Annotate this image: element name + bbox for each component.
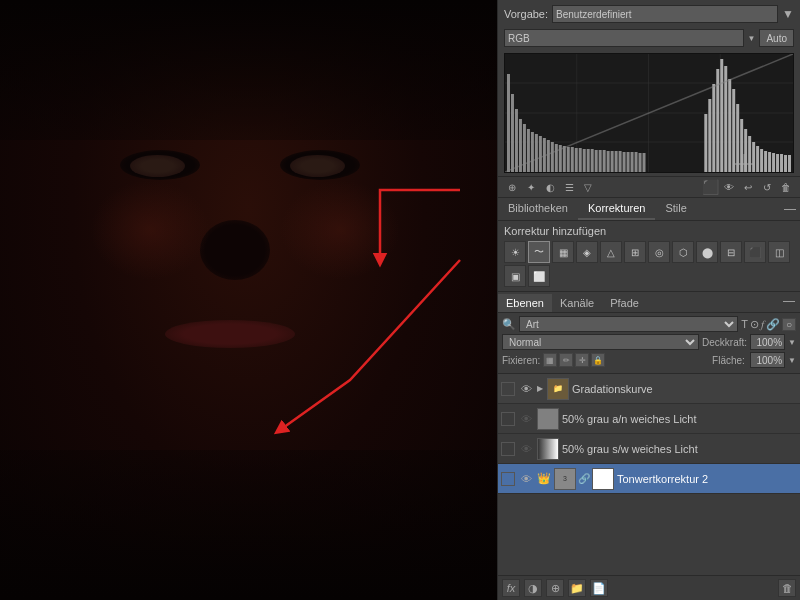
layer-visibility-eye[interactable]: 👁 <box>518 441 534 457</box>
layer-visibility-eye[interactable]: 👁 <box>518 471 534 487</box>
layer-item[interactable]: 👁 50% grau a/n weiches Licht <box>498 404 800 434</box>
brightness-icon-btn[interactable]: ☀ <box>504 241 526 263</box>
svg-rect-8 <box>507 74 510 172</box>
opacity-arrow[interactable]: ▼ <box>788 338 796 347</box>
filter-icon-3[interactable]: 𝑓 <box>761 318 764 331</box>
bw-icon-btn[interactable]: ⬛ <box>744 241 766 263</box>
triangle-icon-btn[interactable]: △ <box>600 241 622 263</box>
curves-tool-5[interactable]: ▽ <box>580 179 596 195</box>
panel-icon-1[interactable]: ⬛ <box>702 179 718 195</box>
layer-visibility-checkbox[interactable] <box>501 412 515 426</box>
svg-rect-60 <box>772 153 775 172</box>
filter-toggle[interactable]: ○ <box>782 318 796 331</box>
layer-item[interactable]: 👁 50% grau s/w weiches Licht <box>498 434 800 464</box>
panel-icon-3[interactable]: ↩ <box>740 179 756 195</box>
hdr-icon-btn[interactable]: ⊞ <box>624 241 646 263</box>
svg-rect-36 <box>619 151 622 172</box>
svg-rect-10 <box>515 109 518 172</box>
fläche-arrow[interactable]: ▼ <box>788 356 796 365</box>
layer-item[interactable]: 👁 ▶ 📁 Gradationskurve <box>498 374 800 404</box>
layers-panel-menu[interactable]: — <box>782 294 796 308</box>
panel-close-icon[interactable]: — <box>784 202 796 216</box>
delete-layer-button[interactable]: 🗑 <box>778 579 796 597</box>
svg-rect-30 <box>595 150 598 172</box>
svg-rect-25 <box>575 148 578 172</box>
add-mask-button[interactable]: ◑ <box>524 579 542 597</box>
layer-visibility-checkbox[interactable] <box>501 472 515 486</box>
tab-kanale[interactable]: Kanäle <box>552 294 602 312</box>
opacity-label: Deckkraft: <box>702 337 747 348</box>
pattern-icon-btn[interactable]: ⬜ <box>528 265 550 287</box>
svg-rect-11 <box>519 119 522 172</box>
svg-rect-51 <box>736 104 739 172</box>
filter-icon-4[interactable]: 🔗 <box>766 318 780 331</box>
svg-rect-35 <box>615 151 618 172</box>
photofilter-icon-btn[interactable]: ⬤ <box>696 241 718 263</box>
colorbalance-icon-btn[interactable]: ⬡ <box>672 241 694 263</box>
preset-select[interactable]: Benutzerdefiniert <box>552 5 778 23</box>
preset-label: Vorgabe: <box>504 8 548 20</box>
fx-button[interactable]: fx <box>502 579 520 597</box>
correction-title: Korrektur hinzufügen <box>504 225 794 237</box>
svg-rect-59 <box>768 152 771 172</box>
layer-visibility-eye[interactable]: 👁 <box>518 381 534 397</box>
layermask-icon-btn[interactable]: ◫ <box>768 241 790 263</box>
layers-panel: Ebenen Kanäle Pfade — 🔍 Art T ⊙ 𝑓 🔗 ○ <box>498 292 800 600</box>
panel-icon-5[interactable]: 🗑 <box>778 179 794 195</box>
svg-rect-62 <box>780 154 783 172</box>
svg-rect-42 <box>643 153 646 172</box>
filter-type-select[interactable]: Art <box>519 316 738 332</box>
gradmap-icon-btn[interactable]: ▣ <box>504 265 526 287</box>
svg-rect-16 <box>539 136 542 172</box>
svg-rect-43 <box>704 114 707 172</box>
huesat-icon-btn[interactable]: ◈ <box>576 241 598 263</box>
layer-link-icon: 🔗 <box>579 468 589 490</box>
layer-visibility-checkbox[interactable] <box>501 382 515 396</box>
channel-select[interactable]: RGB <box>504 29 744 47</box>
levels-icon-btn[interactable]: ▦ <box>552 241 574 263</box>
group-expand-arrow[interactable]: ▶ <box>537 384 543 393</box>
svg-rect-38 <box>627 152 630 172</box>
tab-stile[interactable]: Stile <box>655 198 696 220</box>
lock-all[interactable]: 🔒 <box>591 353 605 367</box>
auto-button[interactable]: Auto <box>759 29 794 47</box>
blend-mode-select[interactable]: Normal <box>502 334 699 350</box>
adjustment-button[interactable]: ⊕ <box>546 579 564 597</box>
svg-rect-24 <box>571 147 574 172</box>
lock-paint[interactable]: ✏ <box>559 353 573 367</box>
filter-icon-2[interactable]: ⊙ <box>750 318 759 331</box>
correction-section: Korrektur hinzufügen ☀ 〜 ▦ ◈ △ ⊞ ◎ ⬡ ⬤ ⊟… <box>498 221 800 292</box>
layer-visibility-checkbox[interactable] <box>501 442 515 456</box>
channel-menu-icon: ▼ <box>748 34 756 43</box>
layer-visibility-eye[interactable]: 👁 <box>518 411 534 427</box>
lock-icons: ▦ ✏ ✛ 🔒 <box>543 353 709 367</box>
layers-tabs: Ebenen Kanäle Pfade — <box>498 292 800 313</box>
tab-bibliotheken[interactable]: Bibliotheken <box>498 198 578 220</box>
curves-icon-btn[interactable]: 〜 <box>528 241 550 263</box>
lock-move[interactable]: ✛ <box>575 353 589 367</box>
curves-tool-2[interactable]: ✦ <box>523 179 539 195</box>
curves-tool-1[interactable]: ⊕ <box>504 179 520 195</box>
opacity-input[interactable] <box>750 334 785 350</box>
tab-korrekturen[interactable]: Korrekturen <box>578 198 655 220</box>
new-layer-button[interactable]: 📄 <box>590 579 608 597</box>
search-icon: 🔍 <box>502 318 516 331</box>
vibrance-icon-btn[interactable]: ◎ <box>648 241 670 263</box>
new-group-button[interactable]: 📁 <box>568 579 586 597</box>
layer-name: Tonwertkorrektur 2 <box>617 473 797 485</box>
curves-panel-menu[interactable]: ▼ <box>782 7 794 21</box>
panel-icon-2[interactable]: 👁 <box>721 179 737 195</box>
curves-tool-3[interactable]: ◐ <box>542 179 558 195</box>
panel-icon-4[interactable]: ↺ <box>759 179 775 195</box>
svg-rect-14 <box>531 132 534 172</box>
tab-pfade[interactable]: Pfade <box>602 294 647 312</box>
svg-rect-27 <box>583 149 586 172</box>
grid-icon-btn[interactable]: ⊟ <box>720 241 742 263</box>
lock-transparency[interactable]: ▦ <box>543 353 557 367</box>
filter-icon-1[interactable]: T <box>741 318 748 331</box>
tab-ebenen[interactable]: Ebenen <box>498 294 552 312</box>
layer-item[interactable]: 👁 👑 3 🔗 Tonwertkorrektur 2 <box>498 464 800 494</box>
curves-tool-4[interactable]: ☰ <box>561 179 577 195</box>
fläche-input[interactable] <box>750 352 785 368</box>
svg-rect-23 <box>567 147 570 172</box>
